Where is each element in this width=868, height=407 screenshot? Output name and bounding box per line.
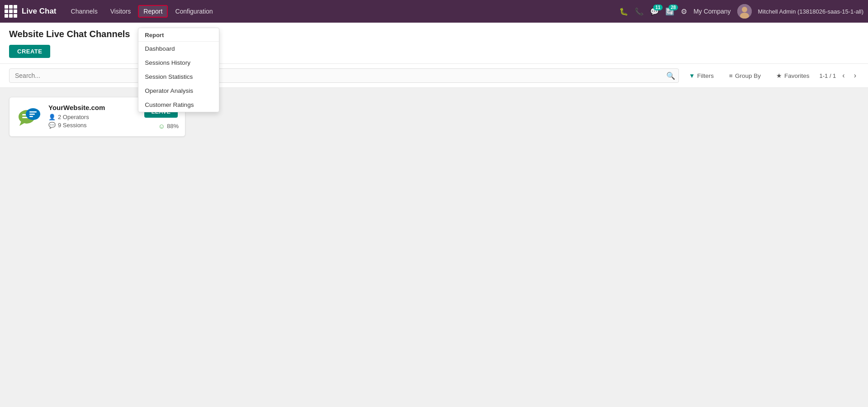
refresh-icon[interactable]: 🔄 28 (665, 7, 674, 16)
nav-configuration[interactable]: Configuration (170, 5, 218, 18)
sessions-count: 9 Sessions (58, 122, 87, 129)
next-page-button[interactable]: › (851, 71, 859, 81)
operators-icon: 👤 (48, 114, 56, 120)
svg-rect-9 (29, 114, 35, 115)
rating-value: 88% (167, 123, 179, 129)
pagination-text: 1-1 / 1 (819, 72, 836, 79)
filter-icon: ▼ (689, 72, 695, 79)
filters-label: Filters (697, 72, 714, 79)
search-input[interactable] (9, 68, 679, 83)
dropdown-sessions-history[interactable]: Sessions History (138, 56, 219, 70)
channel-info: YourWebsite.com 👤 2 Operators 💬 9 Sessio… (48, 104, 138, 130)
apps-grid-icon[interactable] (5, 5, 17, 18)
page-content: Website Live Chat Channels CREATE 🔍 ▼ Fi… (0, 23, 868, 407)
navbar: Live Chat Channels Visitors Report Repor… (0, 0, 868, 23)
user-label: Mitchell Admin (13818026-saas-15-1-all) (758, 8, 863, 15)
rating-icon: ☺ (158, 122, 165, 130)
refresh-badge: 28 (669, 5, 678, 10)
channel-operators: 👤 2 Operators (48, 114, 138, 120)
sub-header-actions: CREATE (9, 45, 859, 58)
navbar-right: 🐛 📞 💬 11 🔄 28 ⚙ My Company Mitchell Admi… (619, 4, 863, 19)
nav-visitors[interactable]: Visitors (105, 5, 137, 18)
company-name: My Company (693, 8, 730, 15)
search-input-wrap: 🔍 (9, 68, 679, 83)
sessions-icon: 💬 (48, 122, 56, 129)
dropdown-dashboard[interactable]: Dashboard (138, 42, 219, 56)
groupby-icon: ≡ (729, 72, 733, 79)
main-content: YourWebsite.com 👤 2 Operators 💬 9 Sessio… (0, 88, 868, 407)
channel-icon (17, 104, 42, 129)
filters-button[interactable]: ▼ Filters (683, 70, 719, 82)
create-button[interactable]: CREATE (9, 45, 50, 58)
chat-icon[interactable]: 💬 11 (650, 7, 659, 16)
nav-report-wrap: Report Report Dashboard Sessions History… (138, 5, 168, 18)
pagination-info: 1-1 / 1 ‹ › (819, 71, 859, 81)
search-submit-icon[interactable]: 🔍 (666, 72, 675, 80)
chat-badge: 11 (653, 5, 663, 10)
dropdown-session-statistics[interactable]: Session Statistics (138, 70, 219, 84)
nav-channels[interactable]: Channels (66, 5, 103, 18)
page-title: Website Live Chat Channels (9, 29, 859, 39)
groupby-label: Group By (735, 72, 761, 79)
channel-name: YourWebsite.com (48, 104, 138, 111)
report-dropdown: Report Dashboard Sessions History Sessio… (138, 28, 219, 112)
user-avatar[interactable] (737, 4, 752, 19)
star-icon: ★ (776, 72, 782, 79)
settings-icon[interactable]: ⚙ (681, 7, 687, 16)
main-nav: Channels Visitors Report Report Dashboar… (66, 5, 620, 18)
sub-header: Website Live Chat Channels CREATE (0, 23, 868, 64)
search-bar-row: 🔍 ▼ Filters ≡ Group By ★ Favorites 1-1 /… (0, 64, 868, 88)
svg-rect-10 (29, 116, 33, 117)
favorites-button[interactable]: ★ Favorites (771, 69, 815, 82)
svg-point-1 (742, 7, 747, 12)
prev-page-button[interactable]: ‹ (840, 71, 847, 81)
favorites-label: Favorites (784, 72, 810, 79)
dropdown-customer-ratings[interactable]: Customer Ratings (138, 98, 219, 112)
nav-report[interactable]: Report (138, 5, 168, 18)
dropdown-operator-analysis[interactable]: Operator Analysis (138, 84, 219, 98)
phone-icon[interactable]: 📞 (635, 7, 644, 16)
operators-count: 2 Operators (58, 114, 89, 120)
groupby-button[interactable]: ≡ Group By (724, 70, 766, 82)
app-brand[interactable]: Live Chat (22, 7, 57, 16)
svg-rect-8 (29, 111, 37, 113)
channel-rating: ☺ 88% (158, 122, 179, 130)
dropdown-header: Report (138, 28, 219, 42)
bug-icon[interactable]: 🐛 (619, 7, 628, 16)
channel-sessions: 💬 9 Sessions (48, 122, 138, 129)
